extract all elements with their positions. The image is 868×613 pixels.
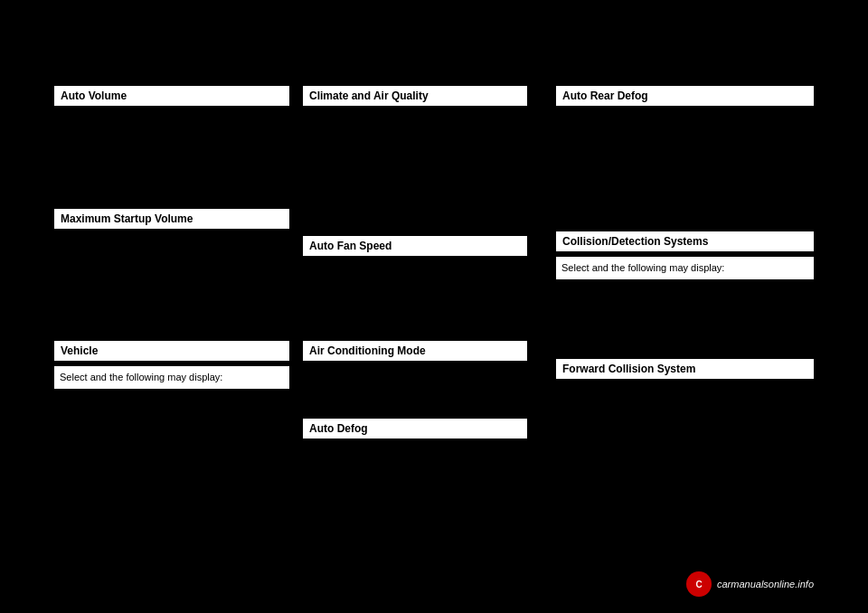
collision-detection-subtext: Select and the following may display: <box>556 257 814 279</box>
vehicle-section: Vehicle Select and the following may dis… <box>54 341 289 389</box>
auto-defog-header: Auto Defog <box>303 419 527 439</box>
watermark-site: carmanualsonline.info <box>717 579 814 589</box>
auto-rear-defog-header: Auto Rear Defog <box>556 86 814 106</box>
maximum-startup-volume-header: Maximum Startup Volume <box>54 209 289 229</box>
auto-fan-speed-header: Auto Fan Speed <box>303 236 527 256</box>
car-manual-icon: C <box>690 575 708 593</box>
forward-collision-section: Forward Collision System <box>556 359 814 384</box>
forward-collision-header: Forward Collision System <box>556 359 814 379</box>
vehicle-header: Vehicle <box>54 341 289 361</box>
air-conditioning-mode-header: Air Conditioning Mode <box>303 341 527 361</box>
climate-air-quality-section: Climate and Air Quality <box>303 86 527 220</box>
auto-defog-section: Auto Defog <box>303 419 527 444</box>
vehicle-subtext: Select and the following may display: <box>54 366 289 389</box>
maximum-startup-volume-section: Maximum Startup Volume <box>54 209 289 325</box>
auto-volume-section: Auto Volume <box>54 86 289 193</box>
watermark: C carmanualsonline.info <box>686 571 814 597</box>
collision-detection-section: Collision/Detection Systems Select and t… <box>556 231 814 343</box>
svg-text:C: C <box>695 580 702 589</box>
auto-volume-header: Auto Volume <box>54 86 289 106</box>
auto-rear-defog-section: Auto Rear Defog <box>556 86 814 215</box>
air-conditioning-mode-section: Air Conditioning Mode <box>303 341 527 402</box>
auto-fan-speed-section: Auto Fan Speed <box>303 236 527 325</box>
climate-air-quality-header: Climate and Air Quality <box>303 86 527 106</box>
collision-detection-header: Collision/Detection Systems <box>556 231 814 251</box>
watermark-icon: C <box>686 571 712 597</box>
page-content: Auto Volume Maximum Startup Volume Vehic… <box>0 0 868 613</box>
